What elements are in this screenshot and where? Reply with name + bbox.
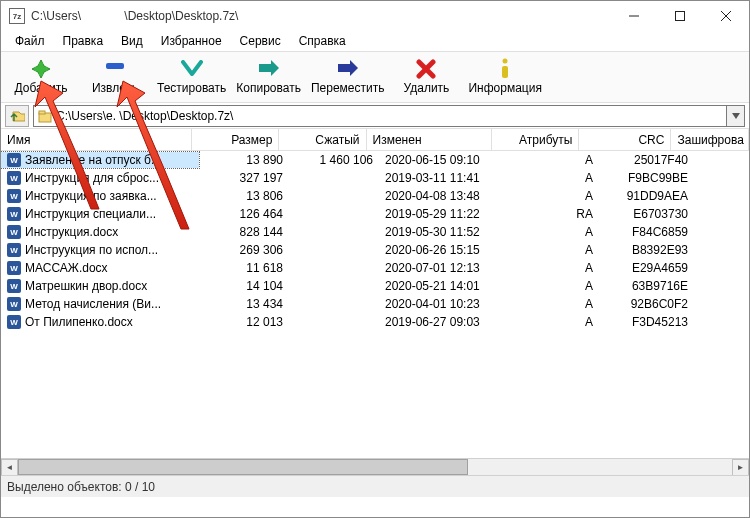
cell-size: 828 144 xyxy=(199,224,289,240)
cell-crc: 63B9716E xyxy=(599,278,694,294)
table-row[interactable]: Инструкция.docx828 1442019-05-30 11:52AF… xyxy=(1,223,749,241)
docx-icon xyxy=(7,297,21,311)
cell-modified: 2020-07-01 12:13 xyxy=(379,260,509,276)
test-label: Тестировать xyxy=(157,81,226,95)
table-row[interactable]: От Пилипенко.docx12 0132019-06-27 09:03A… xyxy=(1,313,749,331)
scroll-right-button[interactable]: ► xyxy=(732,459,749,475)
table-row[interactable]: МАССАЖ.docx11 6182020-07-01 12:13AE29A46… xyxy=(1,259,749,277)
cell-name: МАССАЖ.docx xyxy=(1,260,199,276)
info-button[interactable]: Информация xyxy=(464,53,545,101)
menu-tools[interactable]: Сервис xyxy=(232,32,289,50)
cell-packed xyxy=(289,267,379,269)
scroll-left-button[interactable]: ◄ xyxy=(1,459,18,475)
docx-icon xyxy=(7,189,21,203)
cell-packed xyxy=(289,321,379,323)
cell-modified: 2019-06-27 09:03 xyxy=(379,314,509,330)
path-bar: C:\Users\e. \Desktop\Desktop.7z\ xyxy=(1,103,749,129)
cell-size: 12 013 xyxy=(199,314,289,330)
cell-modified: 2020-06-26 15:15 xyxy=(379,242,509,258)
plus-icon xyxy=(29,59,53,79)
cell-name: Инструукция по испол... xyxy=(1,242,199,258)
menu-edit[interactable]: Правка xyxy=(55,32,112,50)
cell-modified: 2020-06-15 09:10 xyxy=(379,152,509,168)
add-label: Добавить xyxy=(14,81,67,95)
table-row[interactable]: Заявление на отпуск б...13 8901 460 1062… xyxy=(1,151,749,169)
move-icon xyxy=(336,59,360,79)
cell-size: 13 434 xyxy=(199,296,289,312)
cell-packed xyxy=(289,249,379,251)
up-button[interactable] xyxy=(5,105,29,127)
cell-packed xyxy=(289,213,379,215)
cell-packed xyxy=(289,195,379,197)
col-packed[interactable]: Сжатый xyxy=(279,129,366,150)
cell-attr: A xyxy=(509,242,599,258)
app-icon: 7z xyxy=(9,8,25,24)
cell-attr: A xyxy=(509,296,599,312)
close-button[interactable] xyxy=(703,1,749,31)
cell-size: 126 464 xyxy=(199,206,289,222)
cell-name: Инструкция для сброс... xyxy=(1,170,199,186)
window-controls xyxy=(611,1,749,31)
horizontal-scrollbar[interactable]: ◄ ► xyxy=(1,458,749,475)
toolbar: Добавить Извлечь Тестировать Копировать … xyxy=(1,51,749,103)
extract-label: Извлечь xyxy=(92,81,138,95)
test-icon xyxy=(180,59,204,79)
cell-attr: RA xyxy=(509,206,599,222)
cell-attr: A xyxy=(509,188,599,204)
docx-icon xyxy=(7,261,21,275)
svg-rect-6 xyxy=(106,63,124,69)
table-row[interactable]: Инструкция для сброс...327 1972019-03-11… xyxy=(1,169,749,187)
cell-packed xyxy=(289,177,379,179)
cell-crc: 25017F40 xyxy=(599,152,694,168)
extract-icon xyxy=(103,59,127,79)
column-headers: Имя Размер Сжатый Изменен Атрибуты CRC З… xyxy=(1,129,749,151)
menu-favorites[interactable]: Избранное xyxy=(153,32,230,50)
menu-file[interactable]: Файл xyxy=(7,32,53,50)
cell-packed xyxy=(289,231,379,233)
cell-crc: F9BC99BE xyxy=(599,170,694,186)
col-name[interactable]: Имя xyxy=(1,129,192,150)
status-bar: Выделено объектов: 0 / 10 xyxy=(1,475,749,497)
col-encrypted[interactable]: Зашифрова xyxy=(671,129,749,150)
col-attr[interactable]: Атрибуты xyxy=(492,129,579,150)
add-button[interactable]: Добавить xyxy=(5,53,77,101)
cell-crc: F3D45213 xyxy=(599,314,694,330)
table-row[interactable]: Метод начисления (Ви...13 4342020-04-01 … xyxy=(1,295,749,313)
cell-crc: 91DD9AEA xyxy=(599,188,694,204)
table-row[interactable]: Инструукция по испол...269 3062020-06-26… xyxy=(1,241,749,259)
minimize-button[interactable] xyxy=(611,1,657,31)
delete-button[interactable]: Удалить xyxy=(390,53,462,101)
maximize-button[interactable] xyxy=(657,1,703,31)
cell-modified: 2020-04-08 13:48 xyxy=(379,188,509,204)
menu-help[interactable]: Справка xyxy=(291,32,354,50)
test-button[interactable]: Тестировать xyxy=(153,53,230,101)
menu-view[interactable]: Вид xyxy=(113,32,151,50)
cell-name: Инструкция.docx xyxy=(1,224,199,240)
col-modified[interactable]: Изменен xyxy=(367,129,493,150)
move-button[interactable]: Переместить xyxy=(307,53,389,101)
table-row[interactable]: Матрешкин двор.docx14 1042020-05-21 14:0… xyxy=(1,277,749,295)
docx-icon xyxy=(7,243,21,257)
col-size[interactable]: Размер xyxy=(192,129,279,150)
docx-icon xyxy=(7,315,21,329)
path-dropdown[interactable] xyxy=(727,105,745,127)
scroll-thumb[interactable] xyxy=(18,459,468,475)
col-crc[interactable]: CRC xyxy=(579,129,671,150)
cell-size: 14 104 xyxy=(199,278,289,294)
cell-size: 327 197 xyxy=(199,170,289,186)
extract-button[interactable]: Извлечь xyxy=(79,53,151,101)
cell-packed xyxy=(289,285,379,287)
table-row[interactable]: Инструкция по заявка...13 8062020-04-08 … xyxy=(1,187,749,205)
svg-rect-5 xyxy=(34,67,48,71)
path-input[interactable]: C:\Users\e. \Desktop\Desktop.7z\ xyxy=(33,105,727,127)
docx-icon xyxy=(7,279,21,293)
cell-attr: A xyxy=(509,278,599,294)
file-list: Имя Размер Сжатый Изменен Атрибуты CRC З… xyxy=(1,129,749,475)
table-row[interactable]: Инструкция специали...126 4642019-05-29 … xyxy=(1,205,749,223)
delete-label: Удалить xyxy=(404,81,450,95)
svg-rect-1 xyxy=(676,12,685,21)
cell-attr: A xyxy=(509,152,599,168)
cell-modified: 2020-04-01 10:23 xyxy=(379,296,509,312)
scroll-track[interactable] xyxy=(18,459,732,475)
copy-button[interactable]: Копировать xyxy=(232,53,305,101)
